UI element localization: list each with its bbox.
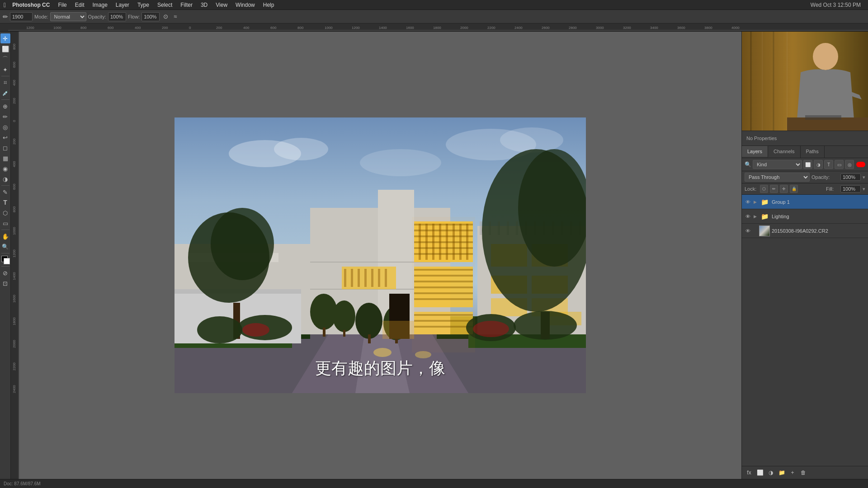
tool-icon-area: ✏ bbox=[3, 13, 8, 20]
tab-channels[interactable]: Channels bbox=[768, 146, 800, 158]
main-area: ✛ ⬜ ⌒ ✦ ⌗ 💉 ⊕ ✏ ◎ ↩ ◻ ▦ ◉ ◑ ✎ T ⬡ ▭ ✋ 🔍 … bbox=[0, 32, 868, 479]
path-selection-tool[interactable]: ⬡ bbox=[0, 208, 10, 218]
tab-layers[interactable]: Layers bbox=[742, 146, 768, 158]
opacity-input[interactable] bbox=[108, 12, 126, 21]
svg-point-48 bbox=[274, 138, 328, 160]
layer-expand-raw[interactable] bbox=[753, 229, 757, 233]
gradient-tool[interactable]: ▦ bbox=[0, 153, 10, 163]
house-svg bbox=[175, 117, 586, 393]
zoom-tool[interactable]: 🔍 bbox=[0, 242, 10, 252]
add-fx-btn[interactable]: fx bbox=[745, 468, 754, 477]
dodge-tool[interactable]: ◑ bbox=[0, 174, 10, 184]
mode-select[interactable]: Normal bbox=[50, 12, 86, 21]
svg-text:600: 600 bbox=[12, 61, 16, 68]
layer-item-lighting[interactable]: 👁 ▶ 📁 Lighting bbox=[742, 209, 868, 224]
svg-text:3800: 3800 bbox=[704, 26, 712, 30]
marquee-tool[interactable]: ⬜ bbox=[0, 44, 10, 54]
hand-tool[interactable]: ✋ bbox=[0, 231, 10, 241]
wand-tool[interactable]: ✦ bbox=[0, 65, 10, 75]
fill-chevron[interactable]: ▾ bbox=[863, 186, 865, 192]
kind-select[interactable]: Kind bbox=[753, 160, 802, 169]
svg-text:1800: 1800 bbox=[433, 26, 441, 30]
menu-3d[interactable]: 3D bbox=[197, 1, 211, 9]
shape-tool[interactable]: ▭ bbox=[0, 218, 10, 228]
brush-tool[interactable]: ✏ bbox=[0, 112, 10, 122]
layer-thumb-lighting: 📁 bbox=[759, 211, 770, 222]
properties-title: No Properties bbox=[746, 136, 777, 141]
lock-image-btn[interactable]: ✏ bbox=[770, 185, 778, 193]
eyedropper-tool[interactable]: 💉 bbox=[0, 88, 10, 98]
new-adjustment-btn[interactable]: ◑ bbox=[766, 468, 775, 477]
menu-type[interactable]: Type bbox=[134, 1, 153, 9]
properties-panel: No Properties bbox=[742, 131, 868, 146]
menu-edit[interactable]: Edit bbox=[71, 1, 88, 9]
filter-toggle[interactable] bbox=[856, 162, 865, 167]
webcam-svg bbox=[742, 32, 868, 131]
layer-expand-lighting[interactable]: ▶ bbox=[753, 214, 757, 219]
crop-tool[interactable]: ⌗ bbox=[0, 78, 10, 88]
pen-tool[interactable]: ✎ bbox=[0, 187, 10, 197]
svg-text:800: 800 bbox=[297, 26, 304, 30]
layer-thumb-group1: 📁 bbox=[759, 197, 770, 207]
smart-filter-btn[interactable]: ◎ bbox=[845, 160, 854, 169]
layer-item-raw[interactable]: 👁 20150308-I96A0292.CR2 bbox=[742, 224, 868, 238]
layer-name-raw: 20150308-I96A0292.CR2 bbox=[772, 228, 865, 234]
menu-window[interactable]: Window bbox=[232, 1, 259, 9]
lock-all-btn[interactable]: 🔒 bbox=[790, 185, 798, 193]
add-mask-btn[interactable]: ⬜ bbox=[755, 468, 764, 477]
layer-visibility-lighting[interactable]: 👁 bbox=[745, 213, 751, 220]
eraser-tool[interactable]: ◻ bbox=[0, 143, 10, 153]
lock-position-btn[interactable]: ✛ bbox=[780, 185, 788, 193]
pixel-filter-btn[interactable]: ⬜ bbox=[803, 160, 812, 169]
healing-tool[interactable]: ⊕ bbox=[0, 101, 10, 111]
brush-size-input[interactable] bbox=[10, 12, 33, 21]
svg-rect-133 bbox=[323, 328, 326, 337]
menu-filter[interactable]: Filter bbox=[177, 1, 196, 9]
flow-label: Flow: bbox=[128, 14, 140, 19]
menu-help[interactable]: Help bbox=[259, 1, 278, 9]
menu-file[interactable]: File bbox=[54, 1, 70, 9]
layer-expand-group1[interactable]: ▶ bbox=[753, 200, 757, 204]
quick-mask-tool[interactable]: ⊘ bbox=[0, 268, 10, 278]
history-brush-tool[interactable]: ↩ bbox=[0, 132, 10, 142]
svg-text:1400: 1400 bbox=[379, 26, 387, 30]
lock-transparent-btn[interactable]: ⬡ bbox=[760, 185, 768, 193]
layer-visibility-group1[interactable]: 👁 bbox=[745, 199, 751, 205]
type-filter-btn[interactable]: T bbox=[824, 160, 833, 169]
menu-layer[interactable]: Layer bbox=[112, 1, 133, 9]
opacity-chevron[interactable]: ▾ bbox=[863, 174, 865, 180]
svg-text:400: 400 bbox=[12, 80, 16, 86]
opacity-value[interactable]: 100% bbox=[840, 174, 861, 181]
screen-mode-tool[interactable]: ⊡ bbox=[0, 278, 10, 288]
svg-text:800: 800 bbox=[80, 26, 87, 30]
layers-tabs: Layers Channels Paths bbox=[742, 146, 868, 158]
layer-item-group1[interactable]: 👁 ▶ 📁 Group 1 bbox=[742, 195, 868, 209]
fill-value[interactable]: 100% bbox=[840, 185, 861, 192]
svg-point-51 bbox=[360, 149, 441, 176]
flow-input[interactable] bbox=[142, 12, 160, 21]
apple-icon:  bbox=[4, 1, 6, 9]
svg-rect-102 bbox=[385, 269, 387, 287]
shape-filter-btn[interactable]: ▭ bbox=[835, 160, 844, 169]
menu-view[interactable]: View bbox=[212, 1, 231, 9]
new-group-btn[interactable]: 📁 bbox=[777, 468, 786, 477]
delete-layer-btn[interactable]: 🗑 bbox=[799, 468, 808, 477]
type-tool[interactable]: T bbox=[0, 197, 10, 207]
blur-tool[interactable]: ◉ bbox=[0, 164, 10, 174]
move-tool[interactable]: ✛ bbox=[0, 33, 10, 43]
clone-tool[interactable]: ◎ bbox=[0, 122, 10, 132]
menu-select[interactable]: Select bbox=[154, 1, 176, 9]
layers-panel: Layers Channels Paths 🔍 Kind ⬜ ◑ T ▭ ◎ bbox=[742, 146, 868, 479]
new-layer-btn[interactable]: + bbox=[788, 468, 797, 477]
lasso-tool[interactable]: ⌒ bbox=[0, 54, 10, 64]
layer-visibility-raw[interactable]: 👁 bbox=[745, 228, 751, 234]
layer-thumb-raw bbox=[759, 225, 770, 236]
svg-text:200: 200 bbox=[12, 138, 16, 145]
adjustment-filter-btn[interactable]: ◑ bbox=[814, 160, 823, 169]
foreground-color[interactable] bbox=[0, 255, 10, 265]
airbrush-icon[interactable]: ⊙ bbox=[161, 12, 170, 21]
smoothing-icon[interactable]: ≈ bbox=[172, 12, 179, 21]
tab-paths[interactable]: Paths bbox=[801, 146, 825, 158]
blend-mode-select[interactable]: Pass Through bbox=[745, 173, 810, 182]
menu-image[interactable]: Image bbox=[89, 1, 111, 9]
